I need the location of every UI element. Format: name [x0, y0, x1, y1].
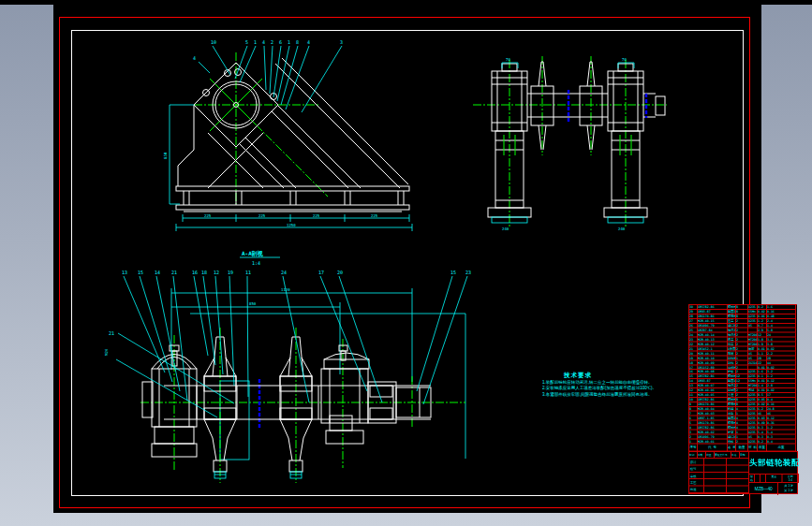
balloon-label: 6: [279, 39, 282, 45]
mark-cell: 分区: [706, 452, 715, 459]
view-side-elevation: 850 225 225 225 225 1250 4 10514261843: [163, 39, 412, 231]
drawing-number: MZB—40: [749, 483, 778, 495]
role-label: 工艺: [689, 479, 704, 486]
role-blank: [727, 473, 749, 479]
scale-label: 比例: [788, 475, 793, 478]
revision-row: 标记 处数 分区 更改文件号 签名 日期: [689, 452, 749, 459]
role-blank: [704, 487, 727, 493]
role-blank: [727, 465, 749, 472]
balloon-label: 5: [245, 39, 248, 45]
balloon-label: 15: [138, 270, 143, 275]
role-blank: [727, 487, 749, 493]
balloon-label: 16: [192, 270, 198, 275]
dim-label: 850: [249, 301, 257, 306]
drawing-linework: 850 225 225 225 225 1250 4 10514261843: [53, 0, 761, 513]
scale-value: 1:4: [789, 479, 792, 482]
mark-cell: 更改文件号: [715, 452, 731, 459]
mark-cell: 签名: [731, 452, 740, 459]
dim-label: 240: [618, 226, 626, 231]
balloon-label: 1: [254, 39, 257, 45]
dim-label: 70: [506, 57, 510, 62]
role-blank: [704, 479, 727, 486]
balloon-label: 12: [214, 270, 219, 275]
balloon-label: 23: [465, 270, 471, 275]
balloon-label: 24: [281, 270, 287, 275]
balloon-label: M24: [104, 348, 109, 356]
balloon-label: 8: [296, 39, 299, 45]
weight-cell: 重量: [766, 475, 783, 483]
dim-pitch: 225: [371, 213, 378, 218]
tech-req-line: 3.各紧固件联接牢固,间隙调整合格后涂覆原所涂同色油漆。: [542, 391, 683, 398]
balloon-label: 10: [211, 39, 216, 45]
role-blank: [704, 465, 727, 472]
balloon-label: 17: [318, 270, 324, 275]
role-blank: [704, 459, 727, 465]
balloon-label: 20: [337, 270, 343, 275]
sheet-number: 第 1 张: [784, 489, 792, 492]
mark-cell: 日期: [740, 452, 749, 459]
balloon-label: 19: [228, 270, 233, 275]
title-block: 标记 处数 分区 更改文件号 签名 日期 设计校对审核工艺批准 头部链轮装配 阶…: [688, 451, 798, 494]
role-blank: [727, 479, 749, 486]
sheet-count: 共 1 张 第 1 张: [778, 483, 799, 495]
technical-requirements: 技术要求 1.装配后链轮应转动灵活,转二分之一转后能自由缓慢停转。 2.安装轴承…: [542, 371, 683, 398]
balloon-label: 13: [122, 270, 127, 275]
section-title: A-A剖视: [242, 250, 264, 257]
view-section-aa: A-A剖视 1:4 1120 850: [104, 250, 471, 483]
balloon-label: 21: [109, 330, 114, 336]
role-blank: [704, 473, 727, 479]
role-blank: [727, 459, 749, 465]
mark-cell: 处数: [698, 452, 706, 459]
view-shaft-front: 70 70 240 240: [473, 56, 667, 231]
role-label: 设计: [689, 459, 704, 465]
mark-cell: 标记: [689, 452, 698, 459]
balloon-label: 15: [450, 270, 456, 275]
section-scale: 1:4: [252, 260, 260, 266]
stage-weight-scale-row: 阶段标记 重量 比例 1:4: [749, 475, 799, 483]
dim-total: 1250: [287, 223, 296, 227]
tech-req-heading: 技术要求: [564, 371, 683, 379]
balloon-label: 18: [201, 270, 207, 275]
drawing-title: 头部链轮装配: [749, 452, 799, 475]
dim-pitch: 225: [204, 213, 212, 218]
signature-grid: 设计校对审核工艺批准: [689, 459, 749, 493]
balloon-label: 11: [245, 270, 251, 275]
role-label: 批准: [689, 487, 704, 493]
bom-grid: 30GB5782-86螺栓M20×708Q2350.21.629GB93-87垫…: [688, 304, 797, 451]
sheet-total: 共 1 张: [784, 484, 792, 487]
balloon-label: 21: [171, 270, 177, 275]
dim-pitch: 225: [313, 213, 320, 218]
dim-label: 240: [502, 226, 509, 231]
dim-height: 850: [163, 152, 168, 159]
scale-cell: 比例 1:4: [783, 475, 800, 483]
role-label: 审核: [689, 473, 704, 479]
balloon-label: 3: [340, 39, 343, 45]
dim-label: 70: [622, 57, 627, 62]
balloon-label: 4: [307, 39, 310, 45]
balloon-label: 4: [262, 39, 265, 45]
role-label: 校对: [689, 465, 704, 472]
balloon-label: 2: [271, 39, 273, 45]
balloon-label: 4: [193, 55, 196, 61]
drawing-canvas[interactable]: 850 225 225 225 225 1250 4 10514261843: [53, 0, 761, 513]
balloon-label: 14: [155, 270, 160, 275]
cad-viewer-window: 850 225 225 225 225 1250 4 10514261843: [0, 0, 812, 526]
dim-pitch: 225: [258, 213, 266, 218]
bom-table: 30GB5782-86螺栓M20×708Q2350.21.629GB93-87垫…: [688, 304, 797, 451]
balloon-label: 1: [288, 39, 290, 45]
